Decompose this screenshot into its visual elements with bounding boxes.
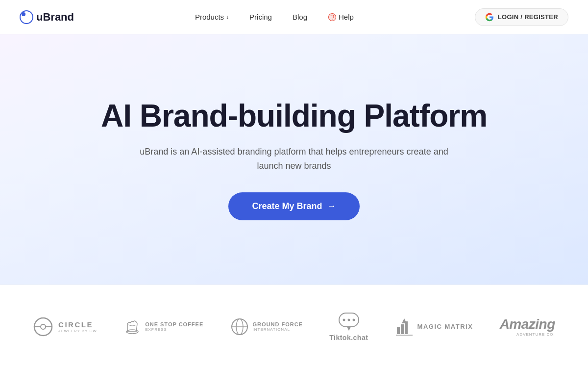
svg-point-12 xyxy=(352,318,355,321)
navbar: uBrand Products ↓ Pricing Blog Help xyxy=(0,0,588,34)
osc-logo-text: ONE STOP COFFEE EXPRESS xyxy=(145,321,203,332)
logo-magic-matrix: MAGIC MATRIX xyxy=(395,317,473,336)
svg-rect-13 xyxy=(397,327,400,334)
svg-point-2 xyxy=(41,324,46,329)
circle-logo-text: CIRCLE JEWELRY BY CW xyxy=(58,320,97,333)
gf-logo-text: GROUND FORCE INTERNATIONAL xyxy=(253,321,303,332)
ground-force-logo-icon xyxy=(230,317,249,336)
logo-tiktok-chat: Tiktok.chat xyxy=(329,312,368,342)
tiktok-chat-logo-icon xyxy=(338,312,360,332)
coffee-logo-icon xyxy=(123,318,141,336)
dropdown-arrow-icon: ↓ xyxy=(226,14,229,21)
svg-rect-14 xyxy=(401,324,404,334)
logo-amazing: Amazing ADVENTURE CO. xyxy=(500,316,555,337)
logo-text: uBrand xyxy=(36,11,74,24)
mm-logo-text: MAGIC MATRIX xyxy=(417,323,473,330)
cta-arrow-icon: → xyxy=(327,201,336,211)
svg-point-10 xyxy=(343,318,345,321)
hero-title: AI Brand-building Platform xyxy=(101,99,487,133)
svg-marker-16 xyxy=(402,318,407,323)
logo-circle: CIRCLE JEWELRY BY CW xyxy=(33,316,97,337)
circle-logo-icon xyxy=(33,316,53,337)
logos-bar: CIRCLE JEWELRY BY CW ONE STOP COFFEE EXP… xyxy=(0,285,588,368)
create-brand-button[interactable]: Create My Brand → xyxy=(228,192,359,220)
login-button[interactable]: LOGIN / REGISTER xyxy=(475,8,568,26)
nav-products[interactable]: Products ↓ xyxy=(187,9,237,25)
cta-label: Create My Brand xyxy=(252,201,322,211)
hero-section: AI Brand-building Platform uBrand is an … xyxy=(0,34,588,285)
magic-matrix-logo-icon xyxy=(395,317,414,336)
logo[interactable]: uBrand xyxy=(20,10,74,24)
help-icon xyxy=(328,13,337,22)
nav-pricing[interactable]: Pricing xyxy=(242,9,280,25)
hero-subtitle: uBrand is an AI-assisted branding platfo… xyxy=(127,145,461,173)
logo-one-stop-coffee: ONE STOP COFFEE EXPRESS xyxy=(123,318,203,336)
nav-help[interactable]: Help xyxy=(320,9,362,26)
nav-links: Products ↓ Pricing Blog Help xyxy=(187,9,362,26)
nav-blog[interactable]: Blog xyxy=(285,9,315,25)
svg-point-0 xyxy=(332,19,332,19)
svg-point-11 xyxy=(347,318,350,321)
logo-icon xyxy=(20,10,33,24)
logo-ground-force: GROUND FORCE INTERNATIONAL xyxy=(230,317,303,336)
google-icon xyxy=(485,13,494,22)
